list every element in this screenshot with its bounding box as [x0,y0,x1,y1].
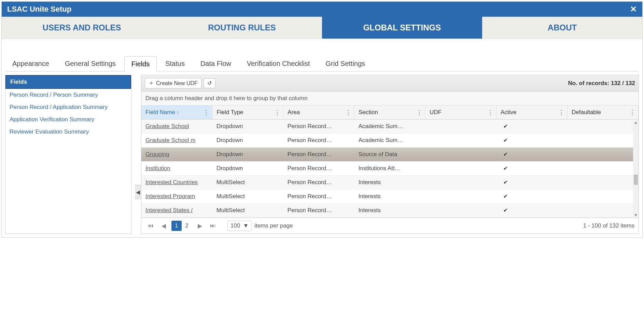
scroll-up-arrow[interactable]: ▲ [633,121,639,124]
sidebar-item[interactable]: Fields [5,75,131,89]
table-row[interactable]: Graduate SchoolDropdownPerson Record…Aca… [141,120,639,134]
table-row[interactable]: Graduate School mDropdownPerson Record…A… [141,134,639,148]
column-menu-icon[interactable]: ⋮ [345,109,351,116]
collapse-sidebar-handle[interactable]: ◀ [135,185,141,199]
sub-tab[interactable]: General Settings [58,56,123,71]
column-menu-icon[interactable]: ⋮ [203,109,209,116]
content: AppearanceGeneral SettingsFieldsStatusDa… [2,39,642,237]
plus-icon: ＋ [149,80,154,87]
page-size-select[interactable]: 100 ▼ [227,221,252,231]
setup-window: LSAC Unite Setup ✕ USERS AND ROLESROUTIN… [1,1,643,238]
checkmark-icon [503,193,508,200]
column-menu-icon[interactable]: ⋮ [416,109,422,116]
column-header[interactable]: Section⋮ [354,106,425,120]
section-cell: Academic Sum… [354,120,425,134]
pager-page-button[interactable]: 2 [182,221,192,231]
pager-next-button[interactable]: ▶ [195,221,205,231]
pager-last-button[interactable]: ⏭ [208,221,218,231]
column-menu-icon[interactable]: ⋮ [558,109,564,116]
main-nav: USERS AND ROLESROUTING RULESGLOBAL SETTI… [2,17,642,39]
active-cell [496,176,568,190]
close-icon[interactable]: ✕ [630,4,637,14]
pager-prev-button[interactable]: ◀ [158,221,169,231]
column-header-label: Defaultable [572,109,601,115]
body-row: FieldsPerson Record / Person SummaryPers… [5,75,639,234]
sub-tab[interactable]: Data Flow [193,56,238,71]
pager: ⏮ ◀ 12 ▶ ⏭ 100 ▼ items per page 1 - 100 … [141,218,639,234]
area-cell: Person Record… [283,190,354,204]
field-name-cell[interactable]: Interested Countries [141,176,212,190]
column-header[interactable]: Field Type⋮ [212,106,283,120]
table-row[interactable]: InstitutionDropdownPerson Record…Institu… [141,162,639,176]
udf-cell [425,134,496,148]
sub-tab[interactable]: Verification Checklist [240,56,317,71]
group-by-hint[interactable]: Drag a column header and drop it here to… [141,92,639,106]
field-name-cell[interactable]: Interested Program [141,190,212,204]
main-nav-tab[interactable]: USERS AND ROLES [2,17,162,39]
column-header-label: UDF [430,109,442,115]
area-cell: Person Record… [283,148,354,162]
column-menu-icon[interactable]: ⋮ [274,109,280,116]
header-row: Field Name↑⋮Field Type⋮Area⋮Section⋮UDF⋮… [141,106,639,120]
pager-summary: 1 - 100 of 132 items [583,222,634,229]
table-row[interactable]: Interested ProgramMultiSelectPerson Reco… [141,190,639,204]
vertical-scrollbar[interactable]: ▲ ▼ [633,120,639,218]
column-header-label: Field Type [216,109,243,115]
checkmark-icon [503,207,508,214]
sub-tabs: AppearanceGeneral SettingsFieldsStatusDa… [5,56,639,71]
section-cell: Academic Sum… [354,134,425,148]
sub-tab[interactable]: Fields [124,56,157,71]
field-name-cell[interactable]: Institution [141,162,212,176]
column-header[interactable]: Field Name↑⋮ [141,106,212,120]
udf-cell [425,120,496,134]
column-header[interactable]: UDF⋮ [425,106,496,120]
checkmark-icon [503,123,508,129]
section-cell: Interests [354,176,425,190]
active-cell [496,120,568,134]
udf-cell [425,176,496,190]
main-nav-tab[interactable]: GLOBAL SETTINGS [322,17,482,39]
column-menu-icon[interactable]: ⋮ [629,109,635,116]
field-type-cell: Dropdown [212,148,283,162]
items-per-page-label: items per page [254,222,293,229]
column-menu-icon[interactable]: ⋮ [487,109,493,116]
field-name-cell[interactable]: Grouping [141,148,212,162]
column-header-label: Area [288,109,300,115]
pager-first-button[interactable]: ⏮ [145,221,156,231]
field-name-cell[interactable]: Graduate School m [141,134,212,148]
active-cell [496,162,568,176]
scroll-down-arrow[interactable]: ▼ [633,213,639,217]
column-header[interactable]: Area⋮ [283,106,354,120]
checkmark-icon [503,137,508,143]
field-name-cell[interactable]: Graduate School [141,120,212,134]
area-cell: Person Record… [283,162,354,176]
data-grid: Field Name↑⋮Field Type⋮Area⋮Section⋮UDF⋮… [141,106,639,218]
table-row[interactable]: Interested States /MultiSelectPerson Rec… [141,204,639,218]
table-row[interactable]: GroupingDropdownPerson Record…Source of … [141,148,639,162]
sub-tab[interactable]: Grid Settings [318,56,372,71]
sub-tab[interactable]: Status [158,56,192,71]
sidebar-item[interactable]: Application Verification Summary [5,113,131,126]
active-cell [496,204,568,218]
sub-tab[interactable]: Appearance [5,56,56,71]
scroll-thumb[interactable] [634,175,638,185]
window-title: LSAC Unite Setup [7,5,71,14]
sidebar: FieldsPerson Record / Person SummaryPers… [5,75,131,234]
pager-page-button[interactable]: 1 [171,221,182,231]
main-nav-tab[interactable]: ABOUT [482,17,642,39]
udf-cell [425,162,496,176]
table-row[interactable]: Interested CountriesMultiSelectPerson Re… [141,176,639,190]
column-header[interactable]: Active⋮ [496,106,568,120]
create-new-udf-button[interactable]: ＋ Create New UDF [145,78,201,88]
column-header[interactable]: Defaultable⋮ [568,106,639,120]
checkmark-icon [503,165,508,171]
sidebar-item[interactable]: Person Record / Person Summary [5,89,131,101]
sidebar-item[interactable]: Reviewer Evaluation Summary [5,126,131,138]
field-name-cell[interactable]: Interested States / [141,204,212,218]
refresh-button[interactable]: ↺ [204,78,215,88]
udf-cell [425,190,496,204]
section-cell: Interests [354,190,425,204]
sidebar-item[interactable]: Person Record / Application Summary [5,101,131,113]
main-nav-tab[interactable]: ROUTING RULES [162,17,322,39]
chevron-down-icon: ▼ [243,222,249,229]
